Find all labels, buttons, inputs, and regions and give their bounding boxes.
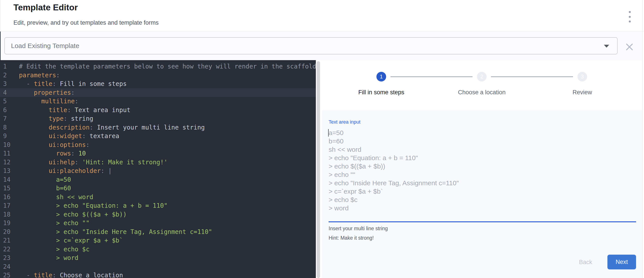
left-edge-divider <box>0 31 1 60</box>
editor-line[interactable]: 2parameters: <box>0 71 316 80</box>
editor-line[interactable]: 7 type: string <box>0 114 316 123</box>
placeholder-line: > word <box>328 204 636 212</box>
line-number: 8 <box>0 123 19 132</box>
placeholder-line: > echo "Inside Here Tag, Assignment c=11… <box>328 179 636 187</box>
editor-line[interactable]: 5 multiline: <box>0 97 316 106</box>
next-button[interactable]: Next <box>608 255 636 270</box>
kebab-menu-icon[interactable] <box>625 10 634 23</box>
line-text: - title: Fill in some steps <box>19 79 316 88</box>
line-number: 4 <box>0 88 19 97</box>
editor-line[interactable]: 1# Edit the template parameters below to… <box>0 62 316 71</box>
editor-line[interactable]: 10 ui:options: <box>0 141 316 149</box>
editor-line[interactable]: 19 > echo "" <box>0 219 316 228</box>
placeholder-line: > echo "" <box>328 171 636 179</box>
line-number: 20 <box>0 228 19 236</box>
yaml-code-editor[interactable]: 1# Edit the template parameters below to… <box>0 60 316 278</box>
header: Template Editor Edit, preview, and try o… <box>0 0 644 31</box>
editor-line[interactable]: 20 > echo "Inside Here Tag, Assignment c… <box>0 228 316 236</box>
back-button[interactable]: Back <box>570 257 601 267</box>
editor-line[interactable]: 6 title: Text area input <box>0 106 316 115</box>
line-number: 17 <box>0 201 19 210</box>
stepper: 1Fill in some steps2Choose a location3Re… <box>322 60 642 110</box>
line-text: # Edit the template parameters below to … <box>19 62 316 71</box>
editor-line[interactable]: 4 properties: <box>0 88 316 97</box>
line-number: 18 <box>0 210 19 219</box>
close-icon[interactable] <box>625 42 634 51</box>
line-number: 5 <box>0 97 19 106</box>
editor-scrollbar[interactable] <box>317 61 320 278</box>
editor-line[interactable]: 9 ui:widget: textarea <box>0 132 316 141</box>
line-number: 10 <box>0 141 19 149</box>
editor-line[interactable]: 17 > echo "Equation: a + b = 110" <box>0 201 316 210</box>
line-number: 3 <box>0 79 19 88</box>
line-number: 12 <box>0 158 19 167</box>
line-number: 9 <box>0 132 19 141</box>
step-label: Fill in some steps <box>331 89 432 96</box>
step-connector <box>491 76 573 77</box>
line-text: > echo $(($a + $b)) <box>19 210 316 219</box>
multiline-textarea[interactable]: a=50b=60sh << word> echo "Equation: a + … <box>328 129 636 221</box>
line-text: ui:widget: textarea <box>19 132 316 141</box>
editor-line[interactable]: 24 <box>0 262 316 271</box>
line-text: description: Insert your multi line stri… <box>19 123 316 132</box>
placeholder-line: b=60 <box>328 137 636 145</box>
placeholder-line: > echo $c <box>328 196 636 204</box>
line-text: type: string <box>19 114 316 123</box>
step-circle-3: 3 <box>578 72 587 81</box>
textarea-focus-underline <box>328 221 636 222</box>
line-text: sh << word <box>19 193 316 202</box>
line-text: a=50 <box>19 175 316 184</box>
editor-line[interactable]: 22 > echo $c <box>0 245 316 254</box>
step-connector <box>390 76 472 77</box>
editor-line[interactable]: 18 > echo $(($a + $b)) <box>0 210 316 219</box>
line-text: > echo $c <box>19 245 316 254</box>
line-text: - title: Choose a location <box>19 271 316 278</box>
line-number: 22 <box>0 245 19 254</box>
editor-line[interactable]: 14 a=50 <box>0 175 316 184</box>
line-text: > c=`expr $a + $b` <box>19 236 316 245</box>
line-number: 1 <box>0 62 19 71</box>
hint-text: Hint: Make it strong! <box>328 235 374 241</box>
line-text <box>19 262 316 271</box>
editor-line[interactable]: 13 ui:placeholder: | <box>0 167 316 175</box>
editor-line[interactable]: 8 description: Insert your multi line st… <box>0 123 316 132</box>
line-number: 7 <box>0 114 19 123</box>
select-placeholder: Load Existing Template <box>11 38 79 54</box>
placeholder-line: sh << word <box>328 145 636 154</box>
line-text: > echo "Inside Here Tag, Assignment c=11… <box>19 228 316 236</box>
editor-line[interactable]: 15 b=60 <box>0 184 316 193</box>
line-number: 16 <box>0 193 19 202</box>
placeholder-line: > echo $(($a + $b)) <box>328 162 636 171</box>
line-number: 6 <box>0 106 19 115</box>
line-number: 15 <box>0 184 19 193</box>
line-text: ui:placeholder: | <box>19 167 316 175</box>
line-number: 2 <box>0 71 19 80</box>
field-label: Text area input <box>328 119 360 125</box>
text-cursor <box>328 129 328 137</box>
load-existing-template-select[interactable]: Load Existing Template <box>4 37 618 54</box>
line-number: 11 <box>0 149 19 158</box>
line-number: 23 <box>0 254 19 262</box>
placeholder-line: > c=`expr $a + $b` <box>328 187 636 196</box>
line-text: properties: <box>19 88 316 97</box>
line-number: 19 <box>0 219 19 228</box>
placeholder-line: a=50 <box>328 129 636 137</box>
line-text: ui:options: <box>19 141 316 149</box>
page-subtitle: Edit, preview, and try out templates and… <box>14 19 159 26</box>
line-number: 24 <box>0 262 19 271</box>
editor-line[interactable]: 12 ui:help: 'Hint: Make it strong!' <box>0 158 316 167</box>
helper-text: Insert your multi line string <box>328 226 388 232</box>
editor-code-lines: 1# Edit the template parameters below to… <box>0 62 316 278</box>
editor-line[interactable]: 23 > word <box>0 254 316 262</box>
line-number: 21 <box>0 236 19 245</box>
line-text: b=60 <box>19 184 316 193</box>
editor-line[interactable]: 11 rows: 10 <box>0 149 316 158</box>
editor-line[interactable]: 25 - title: Choose a location <box>0 271 316 278</box>
line-text: > echo "" <box>19 219 316 228</box>
editor-line[interactable]: 16 sh << word <box>0 193 316 202</box>
step-circle-2: 2 <box>477 72 487 81</box>
line-number: 25 <box>0 271 19 278</box>
editor-line[interactable]: 3 - title: Fill in some steps <box>0 79 316 88</box>
load-template-bar: Load Existing Template <box>0 31 642 60</box>
editor-line[interactable]: 21 > c=`expr $a + $b` <box>0 236 316 245</box>
